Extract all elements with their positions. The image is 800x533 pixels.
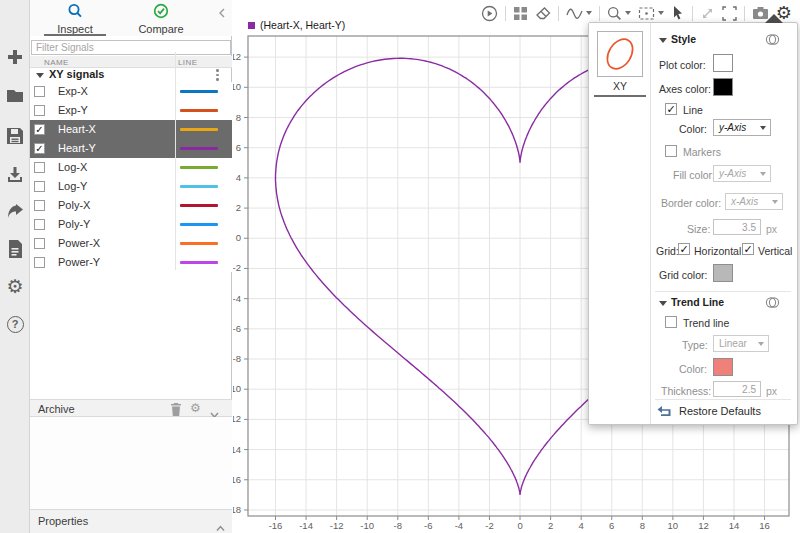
markers-label: Markers <box>683 146 721 158</box>
inspect-magnifier-icon <box>32 3 118 19</box>
collapse-panel-icon[interactable] <box>218 4 226 22</box>
grid-vertical-checkbox[interactable] <box>742 243 754 255</box>
border-color-label: Border color: <box>661 197 721 209</box>
dropdown-caret-icon <box>772 200 778 204</box>
preferences-gear-icon[interactable]: ⚙ <box>3 274 27 298</box>
x-tick-label: -8 <box>394 520 402 531</box>
signal-name: Exp-X <box>58 85 88 97</box>
dropdown-caret-icon <box>758 342 764 346</box>
signal-name: Heart-Y <box>58 142 96 154</box>
signal-line-swatch <box>180 261 218 264</box>
fill-color-dropdown[interactable]: y-Axis <box>713 165 771 182</box>
line-checkbox[interactable] <box>665 103 677 115</box>
save-icon[interactable] <box>3 124 27 148</box>
signal-checkbox[interactable] <box>34 124 45 135</box>
trend-type-label: Type: <box>682 339 708 351</box>
style-section-title: Style <box>671 33 696 45</box>
trend-type-dropdown[interactable]: Linear <box>713 335 769 352</box>
trend-thickness-input[interactable] <box>713 381 761 397</box>
signal-line-swatch <box>180 128 218 131</box>
help-icon[interactable]: ? <box>3 312 27 336</box>
signal-line-swatch <box>180 109 218 112</box>
visualization-settings-panel: XY Style Plot color: Axes color: Line Co… <box>588 22 798 425</box>
border-color-value: x-Axis <box>731 196 758 207</box>
border-color-dropdown[interactable]: x-Axis <box>725 193 783 210</box>
grid-color-label: Grid color: <box>659 269 707 281</box>
signal-row[interactable]: Exp-Y <box>30 101 232 120</box>
grid-horizontal-checkbox[interactable] <box>678 243 690 255</box>
dropdown-caret-icon <box>760 126 766 130</box>
signal-checkbox[interactable] <box>34 86 45 97</box>
apply-to-all-icon[interactable] <box>765 296 780 311</box>
signal-checkbox[interactable] <box>34 143 45 154</box>
xy-tab-label[interactable]: XY <box>589 80 651 92</box>
apply-to-all-icon[interactable] <box>765 33 780 48</box>
axes-color-swatch[interactable] <box>713 78 733 96</box>
restore-defaults-button[interactable]: Restore Defaults <box>657 405 761 417</box>
signal-checkbox[interactable] <box>34 105 45 116</box>
filter-signals-input[interactable] <box>31 40 231 55</box>
signal-name: Poly-Y <box>58 218 90 230</box>
line-color-label: Color: <box>679 123 707 135</box>
signal-line-swatch <box>180 185 218 188</box>
signal-line-swatch <box>180 204 218 207</box>
line-color-dropdown[interactable]: y-Axis <box>713 119 771 136</box>
properties-bar[interactable]: Properties <box>30 509 232 533</box>
group-expand-caret-icon[interactable] <box>36 73 44 78</box>
trend-section-caret-icon[interactable] <box>659 301 667 306</box>
tab-compare[interactable]: Compare <box>118 0 204 36</box>
signal-checkbox[interactable] <box>34 200 45 211</box>
xy-visualization-thumbnail[interactable] <box>597 31 643 77</box>
grid-color-swatch[interactable] <box>713 264 733 282</box>
x-tick-label: 0 <box>517 520 522 531</box>
plot-pane: ⚙ (Heart-X, Heart-Y) -16-14-12-10-8-6-4-… <box>233 0 800 533</box>
xy-signals-group-row[interactable]: XY signals <box>30 68 232 82</box>
line-color-value: y-Axis <box>719 122 746 133</box>
tab-inspect[interactable]: Inspect <box>32 0 118 36</box>
y-tick-label: -2 <box>233 262 241 273</box>
fill-color-label: Fill color: <box>673 169 715 181</box>
x-tick-label: -2 <box>485 520 493 531</box>
signal-row[interactable]: Poly-X <box>30 196 232 215</box>
signal-row[interactable]: Poly-Y <box>30 215 232 234</box>
marker-size-input[interactable] <box>713 219 761 235</box>
markers-checkbox[interactable] <box>665 145 677 157</box>
marker-size-unit: px <box>766 223 777 235</box>
archive-bar[interactable]: Archive ⚙ <box>30 399 232 417</box>
signal-checkbox[interactable] <box>34 238 45 249</box>
signal-row[interactable]: Power-Y <box>30 253 232 272</box>
x-tick-label: -4 <box>455 520 463 531</box>
grid-horizontal-label: Horizontal <box>694 245 741 257</box>
open-folder-icon[interactable] <box>3 84 27 108</box>
signal-row[interactable]: Log-X <box>30 158 232 177</box>
import-icon[interactable] <box>3 163 27 187</box>
signal-line-swatch <box>180 166 218 169</box>
y-tick-label: -16 <box>233 474 241 485</box>
trend-color-swatch[interactable] <box>713 358 733 376</box>
export-icon[interactable] <box>3 200 27 224</box>
archive-settings-gear-icon[interactable]: ⚙ <box>190 401 201 415</box>
signal-row[interactable]: Power-X <box>30 234 232 253</box>
signal-checkbox[interactable] <box>34 162 45 173</box>
x-tick-label: 2 <box>548 520 553 531</box>
report-icon[interactable] <box>3 237 27 261</box>
trend-line-checkbox[interactable] <box>665 316 677 328</box>
restore-defaults-label: Restore Defaults <box>679 405 761 417</box>
add-icon[interactable] <box>3 45 27 69</box>
signal-checkbox[interactable] <box>34 257 45 268</box>
properties-expand-chevron-icon[interactable] <box>216 518 225 533</box>
style-section-caret-icon[interactable] <box>659 38 667 43</box>
signal-checkbox[interactable] <box>34 219 45 230</box>
signal-checkbox[interactable] <box>34 181 45 192</box>
signal-row[interactable]: Log-Y <box>30 177 232 196</box>
group-menu-kebab-icon[interactable] <box>216 69 220 83</box>
signal-name: Power-X <box>58 237 100 249</box>
signal-row[interactable]: Exp-X <box>30 82 232 101</box>
x-tick-label: 16 <box>759 520 770 531</box>
signal-row[interactable]: Heart-X <box>30 120 232 139</box>
signal-name: Log-X <box>58 161 87 173</box>
plot-color-swatch[interactable] <box>713 54 733 72</box>
signal-row[interactable]: Heart-Y <box>30 139 232 158</box>
x-tick-label: -14 <box>299 520 313 531</box>
dropdown-caret-icon <box>760 172 766 176</box>
